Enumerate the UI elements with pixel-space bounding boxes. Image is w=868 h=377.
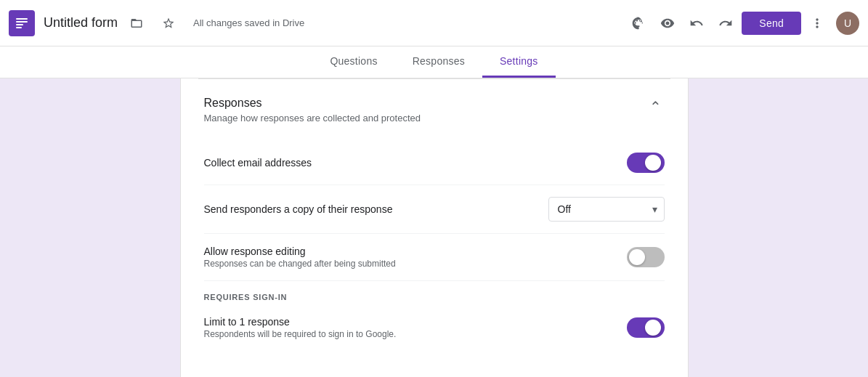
collect-email-label-wrap: Collect email addresses	[204, 157, 312, 169]
section-header-text: Responses Manage how responses are colle…	[204, 97, 421, 123]
section-title: Responses	[204, 97, 421, 110]
send-copy-select[interactable]: Off Always When requested	[548, 197, 665, 222]
collect-email-toggle[interactable]	[627, 153, 665, 173]
svg-rect-2	[16, 24, 23, 25]
requires-sign-in-label: REQUIRES SIGN-IN	[204, 281, 665, 304]
main-content: Responses Manage how responses are colle…	[0, 78, 868, 377]
collect-email-label: Collect email addresses	[204, 157, 312, 169]
tab-bar: Questions Responses Settings	[0, 46, 868, 78]
folder-button[interactable]	[123, 10, 150, 36]
topbar: Untitled form All changes saved in Drive…	[0, 0, 868, 46]
limit-response-toggle[interactable]	[627, 317, 665, 338]
collect-email-row: Collect email addresses	[204, 141, 665, 185]
tab-settings[interactable]: Settings	[482, 46, 556, 78]
limit-response-label-wrap: Limit to 1 response Respondents will be …	[204, 316, 397, 339]
send-copy-label-wrap: Send responders a copy of their response	[204, 203, 393, 215]
avatar[interactable]: U	[836, 12, 859, 35]
collapse-button[interactable]: ⌃	[646, 97, 665, 117]
limit-response-row: Limit to 1 response Respondents will be …	[204, 304, 665, 351]
send-copy-row: Send responders a copy of their response…	[204, 185, 665, 234]
content-panel: Responses Manage how responses are colle…	[180, 78, 689, 377]
allow-editing-sublabel: Responses can be changed after being sub…	[204, 259, 396, 269]
collect-email-slider	[627, 153, 665, 173]
section-subtitle: Manage how responses are collected and p…	[204, 113, 421, 123]
app-icon	[9, 10, 35, 36]
more-options-button[interactable]	[804, 10, 830, 36]
send-copy-select-wrap: Off Always When requested ▾	[548, 197, 665, 222]
redo-button[interactable]	[713, 10, 739, 36]
topbar-right: Send U	[625, 10, 859, 36]
tab-responses[interactable]: Responses	[395, 46, 482, 78]
svg-rect-0	[16, 18, 28, 20]
allow-editing-toggle[interactable]	[627, 247, 665, 267]
section-header: Responses Manage how responses are colle…	[204, 97, 665, 123]
tab-questions[interactable]: Questions	[312, 46, 394, 78]
preview-button[interactable]	[654, 10, 681, 36]
allow-editing-label-wrap: Allow response editing Responses can be …	[204, 246, 396, 269]
allow-editing-label: Allow response editing	[204, 246, 396, 257]
responses-section: Responses Manage how responses are colle…	[181, 79, 688, 362]
palette-button[interactable]	[625, 10, 652, 36]
limit-response-slider	[627, 317, 665, 338]
allow-editing-slider	[627, 247, 665, 267]
send-button[interactable]: Send	[742, 12, 801, 35]
limit-response-label: Limit to 1 response	[204, 316, 397, 328]
save-status: All changes saved in Drive	[193, 17, 620, 28]
form-title: Untitled form	[44, 15, 118, 31]
limit-response-sublabel: Respondents will be required to sign in …	[204, 329, 397, 339]
svg-rect-1	[16, 21, 28, 23]
undo-button[interactable]	[684, 10, 710, 36]
svg-rect-3	[16, 27, 22, 28]
send-copy-label: Send responders a copy of their response	[204, 203, 393, 215]
star-button[interactable]	[155, 10, 182, 36]
allow-editing-row: Allow response editing Responses can be …	[204, 234, 665, 281]
